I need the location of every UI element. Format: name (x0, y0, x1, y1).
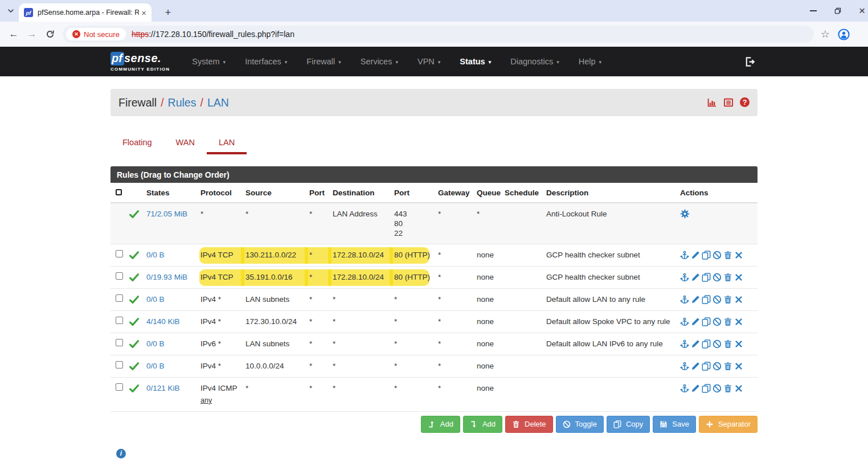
edit-icon[interactable] (691, 295, 700, 304)
address-bar[interactable]: ✕ Not secure https://172.28.10.150/firew… (63, 26, 814, 43)
save-button[interactable]: Save (653, 416, 696, 433)
states-link[interactable]: 0/0 B (146, 339, 165, 348)
row-checkbox[interactable] (116, 294, 123, 302)
gear-icon[interactable] (680, 209, 690, 219)
delete-icon[interactable] (723, 362, 732, 371)
status-chart-icon[interactable] (707, 97, 717, 108)
help-icon[interactable]: ? (740, 97, 750, 107)
block-icon[interactable] (713, 362, 722, 371)
states-link[interactable]: 0/0 B (146, 295, 165, 304)
block-icon[interactable] (713, 273, 722, 282)
remove-icon[interactable] (734, 362, 743, 371)
copy-button[interactable]: Copy (607, 416, 650, 433)
block-icon[interactable] (713, 339, 722, 349)
copy-icon[interactable] (702, 251, 711, 260)
row-checkbox[interactable] (116, 361, 123, 368)
delete-button[interactable]: Delete (505, 416, 553, 433)
breadcrumb-lan-link[interactable]: LAN (207, 96, 229, 109)
row-checkbox[interactable] (116, 339, 123, 346)
tab-close-icon[interactable]: × (141, 9, 146, 17)
back-button[interactable]: ← (5, 25, 23, 43)
block-icon[interactable] (713, 384, 722, 393)
remove-icon[interactable] (734, 295, 743, 304)
anchor-icon[interactable] (680, 273, 689, 282)
states-link[interactable]: 0/0 B (146, 251, 165, 259)
delete-icon[interactable] (723, 317, 732, 326)
anchor-icon[interactable] (680, 295, 689, 304)
copy-icon[interactable] (702, 384, 711, 393)
edit-icon[interactable] (691, 251, 700, 260)
anchor-icon[interactable] (680, 339, 689, 349)
states-link[interactable]: 71/2.05 MiB (146, 210, 187, 218)
remove-icon[interactable] (734, 251, 743, 260)
anchor-icon[interactable] (680, 384, 689, 393)
nav-item-diagnostics[interactable]: Diagnostics▾ (501, 47, 568, 76)
anchor-icon[interactable] (680, 251, 689, 260)
tab-lan[interactable]: LAN (207, 132, 247, 154)
states-link[interactable]: 0/19.93 MiB (146, 273, 187, 281)
log-icon[interactable] (723, 97, 734, 108)
protocol-any-link[interactable]: any (200, 396, 240, 406)
window-close-button[interactable]: × (859, 5, 867, 17)
delete-icon[interactable] (723, 295, 732, 304)
anchor-icon[interactable] (680, 317, 689, 326)
anchor-icon[interactable] (680, 362, 689, 371)
edit-icon[interactable] (691, 317, 700, 326)
copy-icon[interactable] (702, 273, 711, 282)
delete-icon[interactable] (723, 384, 732, 393)
nav-item-status[interactable]: Status▾ (450, 47, 501, 76)
row-checkbox[interactable] (116, 317, 123, 324)
browser-menu-icon[interactable]: ⋮ (858, 29, 861, 39)
info-icon[interactable]: i (116, 449, 126, 458)
states-link[interactable]: 0/0 B (146, 362, 165, 370)
add-rule-top-button[interactable]: Add (421, 416, 460, 433)
edit-icon[interactable] (691, 339, 700, 349)
block-icon[interactable] (713, 295, 722, 304)
states-link[interactable]: 4/140 KiB (146, 317, 180, 326)
reload-button[interactable] (41, 25, 59, 43)
copy-icon[interactable] (702, 295, 711, 304)
row-checkbox[interactable] (116, 272, 123, 280)
select-all-checkbox[interactable] (116, 189, 122, 195)
remove-icon[interactable] (734, 273, 743, 282)
edit-icon[interactable] (691, 273, 700, 282)
toggle-button[interactable]: Toggle (556, 416, 604, 433)
add-rule-bottom-button[interactable]: Add (463, 416, 502, 433)
bookmark-star-icon[interactable]: ☆ (821, 29, 830, 39)
logout-icon[interactable] (742, 54, 758, 69)
delete-icon[interactable] (723, 251, 732, 260)
profile-avatar-icon[interactable] (838, 28, 850, 40)
states-link[interactable]: 0/121 KiB (146, 384, 180, 392)
window-minimize-button[interactable] (810, 10, 817, 11)
nav-item-firewall[interactable]: Firewall▾ (297, 47, 350, 76)
delete-icon[interactable] (723, 273, 732, 282)
tab-search-button[interactable] (3, 3, 18, 18)
block-icon[interactable] (713, 251, 722, 260)
remove-icon[interactable] (734, 317, 743, 326)
pfsense-logo[interactable]: pfsense. COMMUNITY EDITION (110, 52, 170, 72)
delete-icon[interactable] (723, 339, 732, 349)
new-tab-button[interactable]: + (161, 5, 175, 20)
window-restore-button[interactable] (834, 7, 842, 15)
row-checkbox[interactable] (116, 250, 123, 257)
copy-icon[interactable] (702, 362, 711, 371)
nav-item-help[interactable]: Help▾ (569, 47, 611, 76)
nav-item-services[interactable]: Services▾ (351, 47, 408, 76)
forward-button[interactable]: → (23, 25, 41, 43)
block-icon[interactable] (713, 317, 722, 326)
nav-item-vpn[interactable]: VPN▾ (408, 47, 450, 76)
edit-icon[interactable] (691, 362, 700, 371)
copy-icon[interactable] (702, 339, 711, 349)
browser-tab[interactable]: pf pfSense.home.arpa - Firewall: R × (19, 3, 152, 22)
remove-icon[interactable] (734, 384, 743, 393)
separator-button[interactable]: Separator (699, 416, 758, 433)
row-checkbox[interactable] (116, 383, 123, 391)
remove-icon[interactable] (734, 339, 743, 349)
nav-item-interfaces[interactable]: Interfaces▾ (235, 47, 297, 76)
nav-item-system[interactable]: System▾ (182, 47, 235, 76)
copy-icon[interactable] (702, 317, 711, 326)
not-secure-chip[interactable]: ✕ Not secure (66, 28, 126, 40)
edit-icon[interactable] (691, 384, 700, 393)
breadcrumb-rules-link[interactable]: Rules (168, 96, 196, 109)
tab-floating[interactable]: Floating (110, 132, 164, 154)
